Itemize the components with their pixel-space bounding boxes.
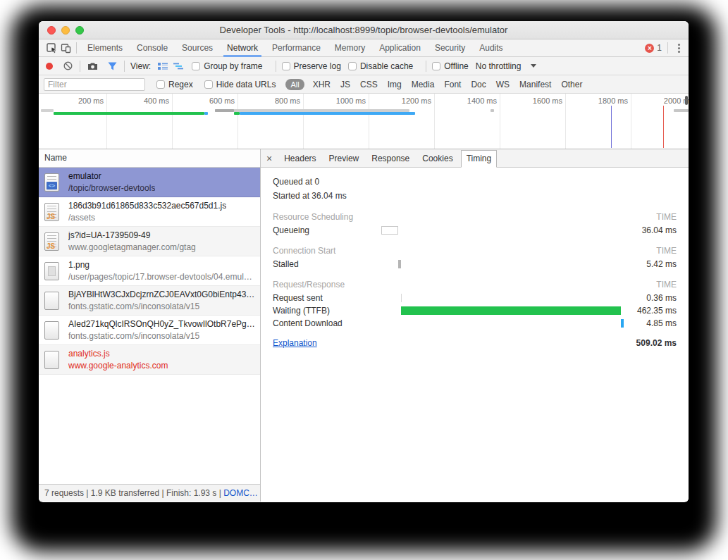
filter-type-other[interactable]: Other xyxy=(561,80,582,89)
ruler-tick xyxy=(237,94,238,149)
detail-tab-timing[interactable]: Timing xyxy=(461,150,498,168)
tab-application[interactable]: Application xyxy=(372,39,428,57)
timing-panel: Queued at 0 Started at 36.04 ms Resource… xyxy=(261,168,689,352)
timing-label: Waiting (TTFB) xyxy=(273,305,330,317)
filter-type-xhr[interactable]: XHR xyxy=(313,80,331,89)
ruler-tick xyxy=(631,94,631,149)
time-column-header: TIME xyxy=(656,278,677,291)
filter-type-manifest[interactable]: Manifest xyxy=(519,80,551,89)
toolbar-divider xyxy=(76,42,77,54)
ruler-label: 400 ms xyxy=(119,97,169,105)
minimize-window-button[interactable] xyxy=(61,26,70,35)
script-icon: JS xyxy=(44,232,59,251)
filter-type-all[interactable]: All xyxy=(285,79,304,90)
request-row[interactable]: BjAYBlHtW3CJxDcjzrnZCJ0EAVxt0G0biEntp43…… xyxy=(39,286,260,316)
timing-row: Content Download4.85 ms xyxy=(273,317,677,330)
overview-marker-load xyxy=(663,106,664,148)
hide-data-urls-label: Hide data URLs xyxy=(216,80,276,89)
more-options-icon[interactable] xyxy=(674,42,684,55)
request-row[interactable]: analytics.jswww.google-analytics.com xyxy=(39,345,260,375)
tab-security[interactable]: Security xyxy=(428,39,472,57)
timing-section-header: Connection StartTIME xyxy=(273,244,677,258)
window-title: Developer Tools - http://localhost:8999/… xyxy=(39,21,689,39)
request-path: /topic/browser-devtools xyxy=(68,183,155,193)
detail-tab-headers[interactable]: Headers xyxy=(279,151,321,166)
detail-tab-bar: × HeadersPreviewResponseCookiesTiming xyxy=(261,149,689,168)
detail-tab-cookies[interactable]: Cookies xyxy=(417,151,457,166)
request-row[interactable]: <>emulator/topic/browser-devtools xyxy=(39,168,260,197)
console-error-badge[interactable]: × 1 xyxy=(645,43,662,53)
filter-type-font[interactable]: Font xyxy=(444,80,461,89)
tab-elements[interactable]: Elements xyxy=(80,39,130,57)
tab-console[interactable]: Console xyxy=(130,39,175,57)
group-by-frame-label: Group by frame xyxy=(204,61,262,71)
overview-bar xyxy=(215,109,234,112)
group-by-frame-checkbox[interactable] xyxy=(192,62,200,70)
request-path: fonts.gstatic.com/s/inconsolata/v15 xyxy=(68,331,255,341)
filter-type-img[interactable]: Img xyxy=(388,80,402,89)
status-bar: 7 requests | 1.9 KB transferred | Finish… xyxy=(39,484,260,502)
request-text: AIed271kqQlcIRSOnQH0yZ_TkvowIlOtbR7ePg…f… xyxy=(68,319,255,341)
inspect-element-icon[interactable] xyxy=(44,42,58,55)
ruler-label: 800 ms xyxy=(250,97,300,105)
timing-row: Request sent0.36 ms xyxy=(273,292,677,304)
devtools-tab-bar: ElementsConsoleSourcesNetworkPerformance… xyxy=(39,39,689,57)
regex-checkbox[interactable] xyxy=(156,80,165,89)
error-count: 1 xyxy=(657,43,662,53)
filter-input[interactable] xyxy=(44,78,145,91)
throttling-dropdown[interactable]: No throttling xyxy=(476,61,537,71)
capture-screenshots-icon[interactable] xyxy=(86,60,99,73)
overview-bar xyxy=(54,112,204,115)
filter-type-media[interactable]: Media xyxy=(412,80,435,89)
close-window-button[interactable] xyxy=(47,26,56,35)
network-overview[interactable]: 200 ms400 ms600 ms800 ms1000 ms1200 ms14… xyxy=(39,94,689,149)
ruler-tick xyxy=(500,94,500,149)
tab-audits[interactable]: Audits xyxy=(472,39,510,57)
request-text: js?id=UA-1739509-49www.googletagmanager.… xyxy=(68,230,196,252)
main-tabs: ElementsConsoleSourcesNetworkPerformance… xyxy=(80,39,510,57)
hide-data-urls-checkbox[interactable] xyxy=(204,80,213,89)
clear-icon[interactable] xyxy=(61,60,74,73)
toolbar-divider xyxy=(80,61,80,72)
request-row[interactable]: AIed271kqQlcIRSOnQH0yZ_TkvowIlOtbR7ePg…f… xyxy=(39,316,260,345)
filter-type-ws[interactable]: WS xyxy=(496,80,510,89)
request-name: js?id=UA-1739509-49 xyxy=(68,230,196,240)
large-request-rows-icon[interactable] xyxy=(156,60,169,73)
preserve-log-checkbox[interactable] xyxy=(282,62,290,70)
ruler-tick xyxy=(106,94,107,149)
timing-bar xyxy=(401,306,621,315)
zoom-window-button[interactable] xyxy=(75,26,84,35)
close-icon[interactable]: × xyxy=(266,154,272,163)
file-icon xyxy=(44,292,59,310)
tab-network[interactable]: Network xyxy=(220,39,265,57)
domcontentloaded-link[interactable]: DOMC… xyxy=(223,488,258,498)
detail-tab-response[interactable]: Response xyxy=(366,151,414,166)
filter-type-css[interactable]: CSS xyxy=(360,80,378,89)
device-toolbar-icon[interactable] xyxy=(58,42,73,55)
toolbar-divider xyxy=(276,61,276,72)
timing-section-header: Resource SchedulingTIME xyxy=(273,211,677,224)
explanation-link[interactable]: Explanation xyxy=(273,338,317,348)
offline-checkbox[interactable] xyxy=(432,62,440,70)
disable-cache-checkbox[interactable] xyxy=(348,62,357,70)
ruler-label: 1000 ms xyxy=(316,97,366,105)
tab-performance[interactable]: Performance xyxy=(265,39,328,57)
request-name: BjAYBlHtW3CJxDcjzrnZCJ0EAVxt0G0biEntp43… xyxy=(68,290,254,299)
request-row[interactable]: JSjs?id=UA-1739509-49www.googletagmanage… xyxy=(39,227,260,256)
timing-bar xyxy=(621,319,623,328)
filter-type-js[interactable]: JS xyxy=(340,80,350,89)
request-text: 186d3b91d61865d833c532aec567d5d1.js/asse… xyxy=(68,201,226,223)
record-button[interactable] xyxy=(46,63,53,70)
request-row[interactable]: 1.png/user/pages/topic/17.browser-devtoo… xyxy=(39,256,260,286)
traffic-lights xyxy=(47,26,84,35)
tab-memory[interactable]: Memory xyxy=(328,39,372,57)
filter-icon[interactable] xyxy=(106,60,118,73)
request-row[interactable]: JS186d3b91d61865d833c532aec567d5d1.js/as… xyxy=(39,197,260,227)
overview-bar xyxy=(204,112,208,115)
tab-sources[interactable]: Sources xyxy=(175,39,220,57)
filter-type-doc[interactable]: Doc xyxy=(471,80,486,89)
timing-value: 36.04 ms xyxy=(642,225,677,237)
show-overview-icon[interactable] xyxy=(172,60,185,73)
detail-tab-preview[interactable]: Preview xyxy=(324,151,364,166)
name-column-header[interactable]: Name xyxy=(39,149,260,168)
